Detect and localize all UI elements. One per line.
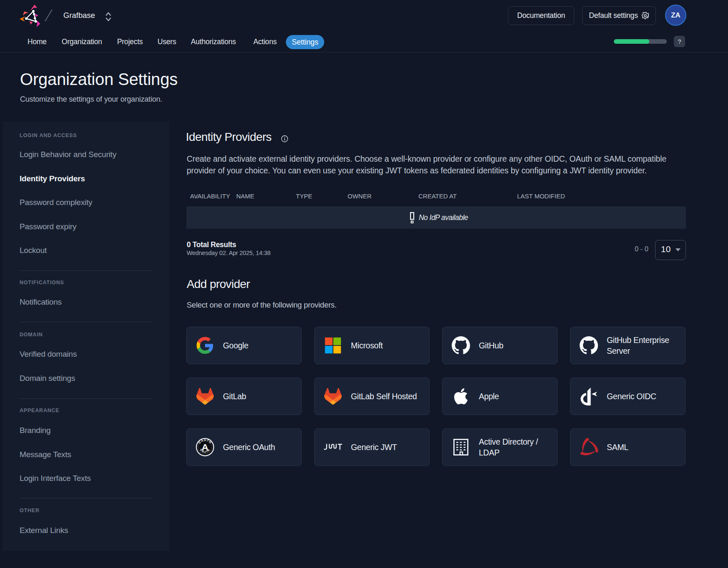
svg-text:A: A: [202, 442, 209, 453]
